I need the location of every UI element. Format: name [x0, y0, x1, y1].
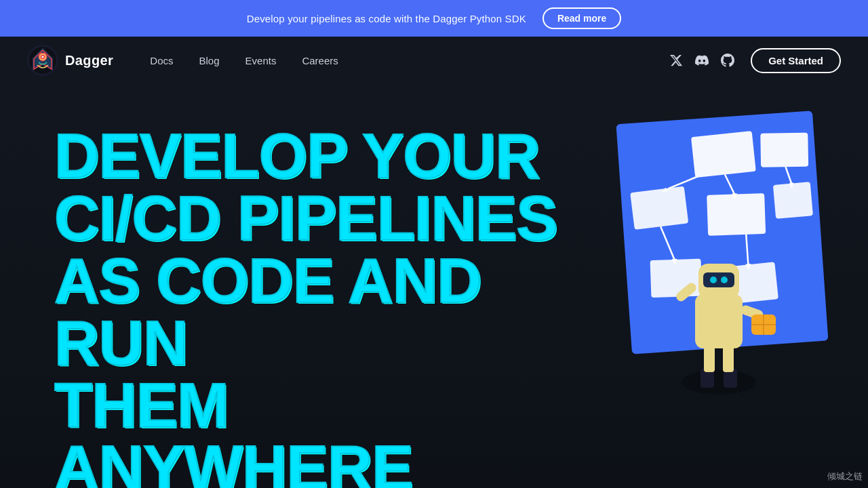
svg-rect-28	[695, 294, 743, 348]
svg-rect-11	[650, 259, 703, 298]
blueprint-svg	[583, 98, 841, 409]
svg-rect-6	[691, 131, 756, 178]
nav-careers[interactable]: Careers	[292, 49, 347, 72]
svg-rect-7	[760, 133, 808, 167]
announcement-banner: Develop your pipelines as code with the …	[0, 0, 868, 37]
social-icons	[669, 54, 734, 67]
hero-title: DEVELOP YOUR CI/CD PIPELINES AS CODE AND…	[54, 125, 570, 488]
nav-blog[interactable]: Blog	[190, 49, 229, 72]
discord-icon[interactable]	[695, 54, 709, 67]
brand-name: Dagger	[65, 53, 113, 68]
svg-point-37	[721, 277, 728, 283]
svg-rect-35	[703, 272, 734, 287]
github-icon[interactable]	[721, 54, 734, 67]
hero-text: DEVELOP YOUR CI/CD PIPELINES AS CODE AND…	[54, 125, 570, 488]
svg-rect-9	[707, 193, 766, 236]
read-more-button[interactable]: Read more	[542, 7, 621, 29]
logo-icon	[27, 45, 58, 76]
svg-rect-8	[630, 186, 688, 230]
nav-events[interactable]: Events	[236, 49, 286, 72]
nav-docs[interactable]: Docs	[140, 49, 182, 72]
logo-link[interactable]: Dagger	[27, 45, 113, 76]
nav-links: Docs Blog Events Careers	[140, 49, 669, 72]
banner-text: Develop your pipelines as code with the …	[247, 13, 526, 24]
hero-section: DEVELOP YOUR CI/CD PIPELINES AS CODE AND…	[0, 84, 868, 488]
get-started-button[interactable]: Get Started	[751, 48, 841, 73]
hero-illustration	[583, 98, 841, 409]
svg-point-23	[682, 370, 756, 394]
svg-rect-10	[773, 182, 813, 219]
svg-point-4	[42, 56, 44, 58]
svg-point-36	[710, 277, 717, 283]
navbar: Dagger Docs Blog Events Careers Get Star…	[0, 37, 868, 84]
twitter-icon[interactable]	[669, 54, 683, 67]
watermark: 倾城之链	[827, 470, 863, 483]
